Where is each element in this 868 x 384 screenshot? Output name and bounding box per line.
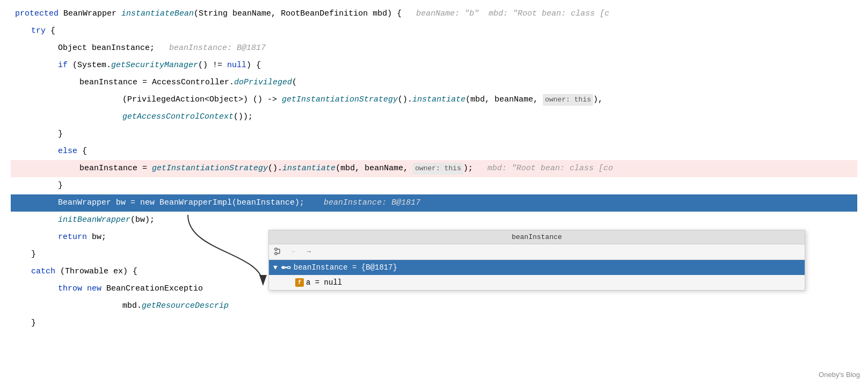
code-line-18: mbd.getResourceDescrip xyxy=(11,298,857,315)
code-text: (mbd, beanName, xyxy=(335,162,413,175)
hint-line12: beanInstance: B@1817 xyxy=(324,197,420,209)
code-line-9: else { xyxy=(11,143,857,160)
code-text xyxy=(82,282,87,295)
owner-hint-2: owner: this xyxy=(413,163,463,175)
method-doprivileged: doPrivileged xyxy=(234,76,292,89)
keyword-try: try xyxy=(31,25,46,38)
keyword-catch: catch xyxy=(31,265,55,278)
code-line-11: } xyxy=(11,177,857,194)
code-text: mbd) { xyxy=(368,8,416,20)
code-text: { xyxy=(46,25,55,38)
code-text: (). xyxy=(268,162,282,175)
hint-line3: beanInstance: B@1817 xyxy=(169,42,266,55)
code-text: ) { xyxy=(246,59,261,72)
code-line-8: } xyxy=(11,126,857,143)
method-instantiatebean: instantiateBean xyxy=(121,8,194,20)
code-line-6: (PrivilegedAction<Object>) () -> getInst… xyxy=(11,91,857,108)
tree-view-icon[interactable] xyxy=(273,247,284,257)
code-text: } xyxy=(58,179,63,192)
code-text: bw; xyxy=(87,231,106,244)
code-text-highlighted: BeanWrapperImpl(beanInstance); xyxy=(159,197,324,209)
method-initbeanwrapper: initBeanWrapper xyxy=(58,214,130,227)
method-instantiate2: instantiate xyxy=(282,162,335,175)
code-text: (Throwable ex) { xyxy=(55,265,137,278)
code-text: } xyxy=(31,317,36,330)
params: ( xyxy=(194,8,199,20)
code-text: mbd. xyxy=(122,300,142,313)
code-text: { xyxy=(77,145,87,158)
type-object: Object xyxy=(58,42,87,55)
code-line-3: Object beanInstance; beanInstance: B@181… xyxy=(11,40,857,57)
infinity-icon xyxy=(281,262,291,273)
keyword-new2: new xyxy=(87,282,101,295)
code-text: ); xyxy=(463,162,487,175)
code-line-12: BeanWrapper bw = new BeanWrapperImpl(bea… xyxy=(11,194,857,212)
forward-icon[interactable]: → xyxy=(303,247,314,257)
keyword-else: else xyxy=(58,145,77,158)
code-text: (). xyxy=(398,93,412,106)
code-container: protected BeanWrapper instantiateBean(St… xyxy=(0,0,868,384)
code-text: (mbd, beanName, xyxy=(465,93,543,106)
code-text: (PrivilegedAction<Object>) () -> xyxy=(122,93,282,106)
popup-toolbar: ← → xyxy=(269,244,805,260)
code-line-10: beanInstance = getInstantiationStrategy(… xyxy=(11,160,857,177)
code-text: () != xyxy=(198,59,227,72)
code-text: } xyxy=(31,248,36,261)
debug-row-beaninstance[interactable]: ▼ beanInstance = {B@1817} xyxy=(269,260,805,275)
code-line-2: try { xyxy=(11,23,857,40)
method-getinstantiation1: getInstantiationStrategy xyxy=(282,93,398,106)
code-text: beanInstance = AccessController. xyxy=(79,76,234,89)
code-line-19: } xyxy=(11,315,857,332)
code-text-highlighted: BeanWrapper bw = xyxy=(58,197,140,209)
owner-hint-1: owner: this xyxy=(543,94,593,106)
svg-rect-1 xyxy=(275,248,277,250)
field-icon: f xyxy=(295,278,304,287)
code-line-4: if (System.getSecurityManager() != null)… xyxy=(11,57,857,74)
code-text: (System. xyxy=(68,59,111,72)
code-line-5: beanInstance = AccessController.doPrivil… xyxy=(11,74,857,91)
code-area: protected BeanWrapper instantiateBean(St… xyxy=(0,0,868,384)
method-getsecuritymanager: getSecurityManager xyxy=(111,59,198,72)
keyword-protected: protected xyxy=(15,8,63,20)
code-line-7: getAccessControlContext()); xyxy=(11,108,857,126)
debug-popup-panel: beanInstance ← → ▼ xyxy=(268,230,805,291)
code-line-13: initBeanWrapper(bw); xyxy=(11,212,857,229)
popup-header: beanInstance xyxy=(269,230,805,244)
code-text: BeanCreationExceptio xyxy=(101,282,203,295)
code-text: (bw); xyxy=(130,214,155,227)
method-getinstantiation2: getInstantiationStrategy xyxy=(152,162,268,175)
method-getaccesscontrolcontext: getAccessControlContext xyxy=(122,111,234,124)
beaninstance-text: beanInstance = {B@1817} xyxy=(294,263,397,272)
keyword-new: new xyxy=(140,197,159,209)
keyword-null: null xyxy=(227,59,246,72)
keyword-return: return xyxy=(58,231,87,244)
popup-title: beanInstance xyxy=(512,233,562,241)
type-beanwrapper: BeanWrapper xyxy=(63,8,121,20)
watermark: Oneby's Blog xyxy=(819,371,860,379)
expand-arrow-icon: ▼ xyxy=(273,264,278,272)
code-line-1: protected BeanWrapper instantiateBean(St… xyxy=(11,5,857,23)
method-getresourcedescription: getResourceDescrip xyxy=(142,300,229,313)
field-a-text: a = null xyxy=(306,278,342,287)
svg-rect-2 xyxy=(275,252,277,255)
code-text: beanInstance = xyxy=(79,162,152,175)
code-text: } xyxy=(58,128,63,141)
code-text: ( xyxy=(292,76,297,89)
keyword-if: if xyxy=(58,59,68,72)
code-text: beanName, xyxy=(228,8,281,20)
code-text: beanInstance; xyxy=(87,42,169,55)
code-text: ()); xyxy=(234,111,253,124)
back-icon[interactable]: ← xyxy=(288,247,299,257)
keyword-throw: throw xyxy=(58,282,82,295)
code-text: ), xyxy=(593,93,603,106)
debug-row-field-a[interactable]: f a = null xyxy=(269,275,805,290)
hint-line10: mbd: "Root bean: class [co xyxy=(487,162,613,175)
method-instantiate1: instantiate xyxy=(412,93,465,106)
hint-line1: beanName: "b" mbd: "Root bean: class [c xyxy=(416,8,609,20)
